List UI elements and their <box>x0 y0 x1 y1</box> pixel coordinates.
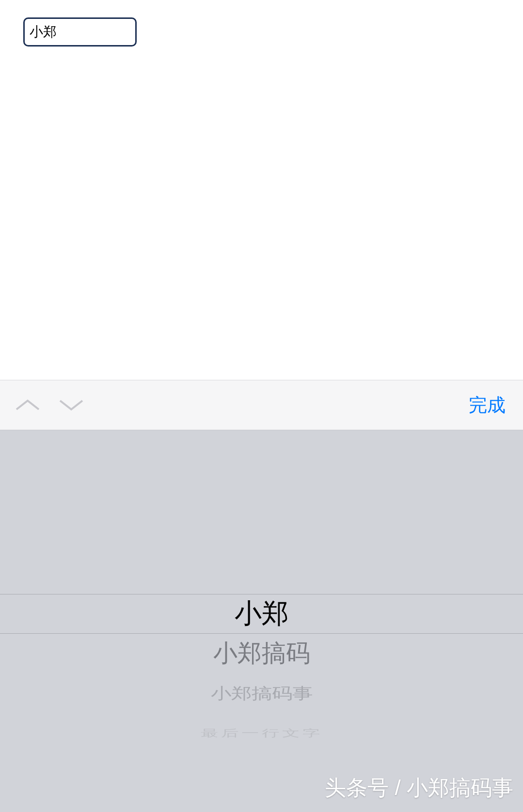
picker-row-below-2[interactable]: 小郑搞码事 <box>0 678 523 708</box>
next-field-chevron-down-icon[interactable] <box>58 398 84 412</box>
field-nav-arrows <box>15 398 84 412</box>
input-accessory-bar: 完成 <box>0 380 523 430</box>
content-area <box>0 0 523 380</box>
previous-field-chevron-up-icon[interactable] <box>15 398 41 412</box>
done-button[interactable]: 完成 <box>466 388 508 422</box>
picker-selected-row[interactable]: 小郑 <box>0 594 523 634</box>
picker-wheel[interactable]: 小郑 小郑搞码 小郑搞码事 最后一行文字 <box>0 430 523 812</box>
text-input[interactable] <box>23 17 137 47</box>
picker-row-below-1[interactable]: 小郑搞码 <box>0 634 523 673</box>
picker-row-below-3[interactable]: 最后一行文字 <box>0 722 523 744</box>
